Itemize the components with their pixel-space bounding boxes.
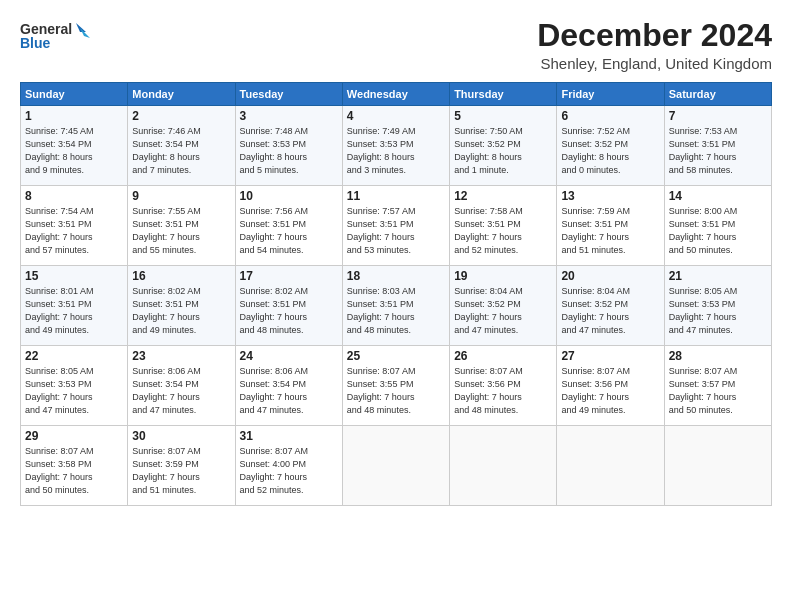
day-number: 13 — [561, 189, 659, 203]
day-info: Sunrise: 8:07 AM Sunset: 3:55 PM Dayligh… — [347, 365, 445, 417]
day-number: 4 — [347, 109, 445, 123]
day-number: 23 — [132, 349, 230, 363]
col-tuesday: Tuesday — [235, 83, 342, 106]
day-number: 28 — [669, 349, 767, 363]
day-info: Sunrise: 8:07 AM Sunset: 3:56 PM Dayligh… — [561, 365, 659, 417]
svg-marker-2 — [76, 23, 86, 32]
calendar-header: Sunday Monday Tuesday Wednesday Thursday… — [21, 83, 772, 106]
day-number: 3 — [240, 109, 338, 123]
col-monday: Monday — [128, 83, 235, 106]
day-number: 29 — [25, 429, 123, 443]
calendar-cell: 23Sunrise: 8:06 AM Sunset: 3:54 PM Dayli… — [128, 346, 235, 426]
calendar-body: 1Sunrise: 7:45 AM Sunset: 3:54 PM Daylig… — [21, 106, 772, 506]
day-info: Sunrise: 8:02 AM Sunset: 3:51 PM Dayligh… — [240, 285, 338, 337]
calendar-table: Sunday Monday Tuesday Wednesday Thursday… — [20, 82, 772, 506]
svg-marker-3 — [80, 28, 90, 38]
calendar-cell: 2Sunrise: 7:46 AM Sunset: 3:54 PM Daylig… — [128, 106, 235, 186]
calendar-cell: 8Sunrise: 7:54 AM Sunset: 3:51 PM Daylig… — [21, 186, 128, 266]
day-info: Sunrise: 7:52 AM Sunset: 3:52 PM Dayligh… — [561, 125, 659, 177]
day-info: Sunrise: 8:07 AM Sunset: 3:56 PM Dayligh… — [454, 365, 552, 417]
day-number: 17 — [240, 269, 338, 283]
day-info: Sunrise: 7:48 AM Sunset: 3:53 PM Dayligh… — [240, 125, 338, 177]
day-number: 18 — [347, 269, 445, 283]
day-info: Sunrise: 7:57 AM Sunset: 3:51 PM Dayligh… — [347, 205, 445, 257]
calendar-cell: 17Sunrise: 8:02 AM Sunset: 3:51 PM Dayli… — [235, 266, 342, 346]
day-info: Sunrise: 8:04 AM Sunset: 3:52 PM Dayligh… — [454, 285, 552, 337]
header: GeneralBlue December 2024 Shenley, Engla… — [20, 18, 772, 72]
day-number: 14 — [669, 189, 767, 203]
day-number: 25 — [347, 349, 445, 363]
logo: GeneralBlue — [20, 18, 90, 56]
calendar-week-5: 29Sunrise: 8:07 AM Sunset: 3:58 PM Dayli… — [21, 426, 772, 506]
calendar-cell: 28Sunrise: 8:07 AM Sunset: 3:57 PM Dayli… — [664, 346, 771, 426]
calendar-cell: 10Sunrise: 7:56 AM Sunset: 3:51 PM Dayli… — [235, 186, 342, 266]
day-number: 22 — [25, 349, 123, 363]
calendar-cell — [664, 426, 771, 506]
calendar-cell: 22Sunrise: 8:05 AM Sunset: 3:53 PM Dayli… — [21, 346, 128, 426]
calendar-cell: 14Sunrise: 8:00 AM Sunset: 3:51 PM Dayli… — [664, 186, 771, 266]
day-number: 7 — [669, 109, 767, 123]
day-info: Sunrise: 8:03 AM Sunset: 3:51 PM Dayligh… — [347, 285, 445, 337]
day-info: Sunrise: 8:07 AM Sunset: 4:00 PM Dayligh… — [240, 445, 338, 497]
day-number: 10 — [240, 189, 338, 203]
calendar-cell — [557, 426, 664, 506]
day-info: Sunrise: 8:00 AM Sunset: 3:51 PM Dayligh… — [669, 205, 767, 257]
calendar-cell: 16Sunrise: 8:02 AM Sunset: 3:51 PM Dayli… — [128, 266, 235, 346]
calendar-week-3: 15Sunrise: 8:01 AM Sunset: 3:51 PM Dayli… — [21, 266, 772, 346]
col-saturday: Saturday — [664, 83, 771, 106]
calendar-week-1: 1Sunrise: 7:45 AM Sunset: 3:54 PM Daylig… — [21, 106, 772, 186]
calendar-cell: 3Sunrise: 7:48 AM Sunset: 3:53 PM Daylig… — [235, 106, 342, 186]
day-number: 26 — [454, 349, 552, 363]
calendar-cell: 5Sunrise: 7:50 AM Sunset: 3:52 PM Daylig… — [450, 106, 557, 186]
calendar-cell: 21Sunrise: 8:05 AM Sunset: 3:53 PM Dayli… — [664, 266, 771, 346]
day-info: Sunrise: 8:07 AM Sunset: 3:58 PM Dayligh… — [25, 445, 123, 497]
calendar-cell: 9Sunrise: 7:55 AM Sunset: 3:51 PM Daylig… — [128, 186, 235, 266]
day-info: Sunrise: 8:06 AM Sunset: 3:54 PM Dayligh… — [132, 365, 230, 417]
day-number: 20 — [561, 269, 659, 283]
day-info: Sunrise: 8:02 AM Sunset: 3:51 PM Dayligh… — [132, 285, 230, 337]
page: GeneralBlue December 2024 Shenley, Engla… — [0, 0, 792, 612]
day-number: 30 — [132, 429, 230, 443]
calendar-cell: 26Sunrise: 8:07 AM Sunset: 3:56 PM Dayli… — [450, 346, 557, 426]
calendar-cell: 25Sunrise: 8:07 AM Sunset: 3:55 PM Dayli… — [342, 346, 449, 426]
calendar-cell: 31Sunrise: 8:07 AM Sunset: 4:00 PM Dayli… — [235, 426, 342, 506]
day-number: 2 — [132, 109, 230, 123]
day-info: Sunrise: 7:58 AM Sunset: 3:51 PM Dayligh… — [454, 205, 552, 257]
col-thursday: Thursday — [450, 83, 557, 106]
day-number: 15 — [25, 269, 123, 283]
day-number: 11 — [347, 189, 445, 203]
calendar-cell: 11Sunrise: 7:57 AM Sunset: 3:51 PM Dayli… — [342, 186, 449, 266]
calendar-cell — [450, 426, 557, 506]
calendar-week-4: 22Sunrise: 8:05 AM Sunset: 3:53 PM Dayli… — [21, 346, 772, 426]
day-number: 16 — [132, 269, 230, 283]
calendar-cell: 24Sunrise: 8:06 AM Sunset: 3:54 PM Dayli… — [235, 346, 342, 426]
calendar-cell: 12Sunrise: 7:58 AM Sunset: 3:51 PM Dayli… — [450, 186, 557, 266]
col-sunday: Sunday — [21, 83, 128, 106]
day-info: Sunrise: 8:01 AM Sunset: 3:51 PM Dayligh… — [25, 285, 123, 337]
calendar-cell: 13Sunrise: 7:59 AM Sunset: 3:51 PM Dayli… — [557, 186, 664, 266]
calendar-cell: 20Sunrise: 8:04 AM Sunset: 3:52 PM Dayli… — [557, 266, 664, 346]
day-number: 19 — [454, 269, 552, 283]
calendar-cell: 19Sunrise: 8:04 AM Sunset: 3:52 PM Dayli… — [450, 266, 557, 346]
day-number: 9 — [132, 189, 230, 203]
col-wednesday: Wednesday — [342, 83, 449, 106]
day-info: Sunrise: 7:53 AM Sunset: 3:51 PM Dayligh… — [669, 125, 767, 177]
col-friday: Friday — [557, 83, 664, 106]
svg-text:Blue: Blue — [20, 35, 51, 51]
calendar-cell: 15Sunrise: 8:01 AM Sunset: 3:51 PM Dayli… — [21, 266, 128, 346]
day-info: Sunrise: 8:06 AM Sunset: 3:54 PM Dayligh… — [240, 365, 338, 417]
day-info: Sunrise: 8:04 AM Sunset: 3:52 PM Dayligh… — [561, 285, 659, 337]
day-info: Sunrise: 8:07 AM Sunset: 3:59 PM Dayligh… — [132, 445, 230, 497]
header-row: Sunday Monday Tuesday Wednesday Thursday… — [21, 83, 772, 106]
day-info: Sunrise: 7:46 AM Sunset: 3:54 PM Dayligh… — [132, 125, 230, 177]
day-info: Sunrise: 7:45 AM Sunset: 3:54 PM Dayligh… — [25, 125, 123, 177]
calendar-cell: 1Sunrise: 7:45 AM Sunset: 3:54 PM Daylig… — [21, 106, 128, 186]
day-number: 1 — [25, 109, 123, 123]
day-info: Sunrise: 8:05 AM Sunset: 3:53 PM Dayligh… — [669, 285, 767, 337]
calendar-cell: 18Sunrise: 8:03 AM Sunset: 3:51 PM Dayli… — [342, 266, 449, 346]
calendar-cell — [342, 426, 449, 506]
day-info: Sunrise: 7:56 AM Sunset: 3:51 PM Dayligh… — [240, 205, 338, 257]
calendar-cell: 7Sunrise: 7:53 AM Sunset: 3:51 PM Daylig… — [664, 106, 771, 186]
day-info: Sunrise: 7:54 AM Sunset: 3:51 PM Dayligh… — [25, 205, 123, 257]
calendar-week-2: 8Sunrise: 7:54 AM Sunset: 3:51 PM Daylig… — [21, 186, 772, 266]
